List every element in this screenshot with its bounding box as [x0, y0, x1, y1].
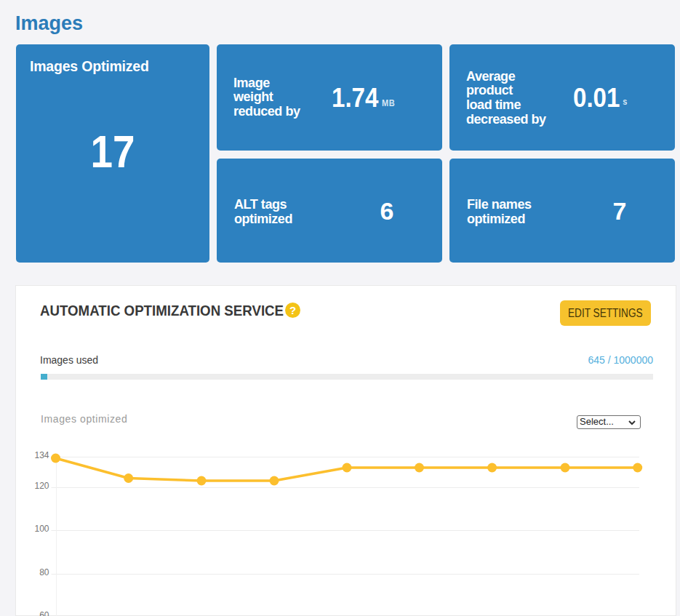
svg-text:80: 80 [39, 567, 49, 577]
svg-text:60: 60 [39, 610, 49, 616]
svg-text:134: 134 [34, 450, 49, 460]
svg-text:100: 100 [34, 524, 49, 534]
svg-text:120: 120 [34, 481, 49, 491]
